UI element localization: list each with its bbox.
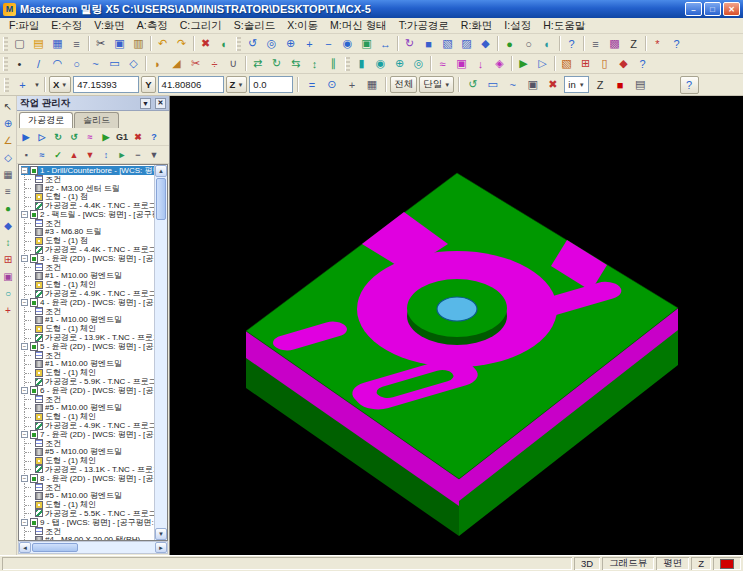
toggle-lock-icon[interactable]: ▪ <box>18 147 34 163</box>
new-file-icon[interactable]: ▢ <box>10 35 29 53</box>
scroll-left-icon[interactable]: ◄ <box>19 542 31 553</box>
toolbar-grip[interactable] <box>3 37 8 51</box>
redo-icon[interactable]: ↷ <box>172 35 191 53</box>
create-spline-icon[interactable]: ~ <box>86 55 105 73</box>
tree-node-params[interactable]: 조건 <box>21 263 154 272</box>
translucency-icon[interactable]: ◐ <box>538 35 557 53</box>
autocursor-dropdown-icon[interactable]: ▼ <box>34 82 40 88</box>
status-item-3[interactable]: Z <box>691 557 711 570</box>
help-op-icon[interactable]: ? <box>146 129 162 145</box>
tree-node-path[interactable]: 가공경로 - 13.1K - T.NC - 프로그램 번호 0 <box>21 465 154 474</box>
dynamic-rotate-icon[interactable]: ↻ <box>400 35 419 53</box>
tree-node-geom[interactable]: 도형 - (1) 체인 <box>21 456 154 465</box>
add-strip-icon[interactable]: + <box>1 303 16 318</box>
minimize-button[interactable]: – <box>685 2 702 16</box>
grid-snap-icon[interactable]: ▦ <box>362 76 381 94</box>
menu-item-0[interactable]: F:파일 <box>3 19 45 33</box>
zoom-fit-icon[interactable]: ▣ <box>357 35 376 53</box>
menu-item-11[interactable]: H:도움말 <box>537 19 591 33</box>
regen-all-icon[interactable]: ↺ <box>66 129 82 145</box>
repaint-icon[interactable]: ↺ <box>243 35 262 53</box>
select-all-mask-icon[interactable]: ▣ <box>523 76 542 94</box>
menu-item-8[interactable]: T:가공경로 <box>393 19 455 33</box>
tree-operation[interactable]: −1 - Drill/Counterbore - [WCS: 평면] - [공구… <box>21 166 154 175</box>
z-depth-icon[interactable]: Z <box>624 35 643 53</box>
select-all-button[interactable]: 전체 <box>390 76 417 93</box>
collapse-icon[interactable]: − <box>21 299 28 306</box>
tree-node-path[interactable]: 가공경로 - 4.4K - T.NC - 프로그램 번호 0 <box>21 201 154 210</box>
collapse-icon[interactable]: − <box>21 343 28 350</box>
toolbar-grip[interactable] <box>236 37 241 51</box>
insert-arrow-icon[interactable]: ► <box>114 147 130 163</box>
toolpath-drill-icon[interactable]: ↓ <box>471 55 490 73</box>
tree-node-geom[interactable]: 도형 - (1) 체인 <box>21 412 154 421</box>
color-swatch-icon[interactable]: ■ <box>611 76 630 94</box>
scroll-up-icon[interactable]: ▲ <box>155 165 167 177</box>
toolbar-grip[interactable] <box>4 78 9 92</box>
tree-node-tool[interactable]: #1 - M10.00 평엔드밀 <box>21 272 154 281</box>
xform-rotate-icon[interactable]: ↻ <box>267 55 286 73</box>
tree-node-geom[interactable]: 도형 - (1) 체인 <box>21 280 154 289</box>
tree-operation[interactable]: −7 - 윤곽 (2D) - [WCS: 평면] - [공구평면: 평면] <box>21 430 154 439</box>
tree-node-path[interactable]: 가공경로 - 5.5K - T.NC - 프로그램 번호 0 <box>21 509 154 518</box>
scroll-down-icon[interactable]: ▼ <box>155 528 167 540</box>
shade-toggle-icon[interactable]: ● <box>1 201 16 216</box>
plane-manager-icon[interactable]: ▯ <box>595 55 614 73</box>
run-addin-icon[interactable]: * <box>648 35 667 53</box>
undo-icon[interactable]: ↶ <box>153 35 172 53</box>
tree-node-params[interactable]: 조건 <box>21 351 154 360</box>
x-axis-chip[interactable]: X▼ <box>49 76 71 93</box>
tree-node-path[interactable]: 가공경로 - 4.4K - T.NC - 프로그램 번호 0 <box>21 245 154 254</box>
menu-item-7[interactable]: M:머신 형태 <box>324 19 393 33</box>
backplot-icon[interactable]: ▷ <box>533 55 552 73</box>
gview-top-icon[interactable]: ■ <box>419 35 438 53</box>
scrollbar-track[interactable] <box>155 221 167 528</box>
toolbar-grip[interactable] <box>3 57 8 71</box>
graphics-viewport[interactable] <box>170 96 743 555</box>
gview-isometric-icon[interactable]: ◆ <box>476 35 495 53</box>
toggle-toolpath-display-icon[interactable]: ≈ <box>34 147 50 163</box>
tree-node-tool[interactable]: #3 - M6.80 드릴 <box>21 228 154 237</box>
tree-operation[interactable]: −9 - 탭 - [WCS: 평면] - [공구평면: 평면] <box>21 518 154 527</box>
zoom-target-icon[interactable]: ⊕ <box>281 35 300 53</box>
collapse-icon[interactable]: − <box>21 387 28 394</box>
collapse-icon[interactable]: − <box>21 475 28 482</box>
panel-vertical-scrollbar[interactable]: ▲ ▼ <box>154 165 167 540</box>
tree-node-geom[interactable]: 도형 - (1) 점 <box>21 236 154 245</box>
help-icon[interactable]: ? <box>667 35 686 53</box>
solid-revolve-icon[interactable]: ◉ <box>371 55 390 73</box>
delete-op-icon[interactable]: ✖ <box>130 129 146 145</box>
analyze-entity-icon[interactable]: ⊕ <box>1 116 16 131</box>
measure-angle-icon[interactable]: ∠ <box>1 133 16 148</box>
select-dirty-ops-icon[interactable]: ▷ <box>34 129 50 145</box>
tree-node-geom[interactable]: 도형 - (1) 체인 <box>21 368 154 377</box>
chain-select-icon[interactable]: ◇ <box>1 150 16 165</box>
tree-operation[interactable]: −3 - 윤곽 (2D) - [WCS: 평면] - [공구평면: 평면] <box>21 254 154 263</box>
tree-node-tool[interactable]: #5 - M10.00 평엔드밀 <box>21 491 154 500</box>
quick-help-button[interactable]: ? <box>680 76 699 94</box>
create-polygon-icon[interactable]: ◇ <box>124 55 143 73</box>
status-color-segment[interactable] <box>713 557 741 570</box>
tree-node-path[interactable]: 가공경로 - 4.9K - T.NC - 프로그램 번호 0 <box>21 421 154 430</box>
tree-operation[interactable]: −5 - 윤곽 (2D) - [WCS: 평면] - [공구평면: 평면] <box>21 342 154 351</box>
tree-operation[interactable]: −2 - 팩드릴 - [WCS: 평면] - [공구평면: 평면] <box>21 210 154 219</box>
tree-node-tool[interactable]: #5 - M10.00 평엔드밀 <box>21 404 154 413</box>
clear-selection-icon[interactable]: ✖ <box>543 76 562 94</box>
help-2-icon[interactable]: ? <box>633 55 652 73</box>
delete-entity-icon[interactable]: ✖ <box>196 35 215 53</box>
break-icon[interactable]: ÷ <box>205 55 224 73</box>
menu-item-6[interactable]: X:이동 <box>281 19 324 33</box>
create-rectangle-icon[interactable]: ▭ <box>105 55 124 73</box>
chamfer-icon[interactable]: ◢ <box>167 55 186 73</box>
zoom-in-icon[interactable]: + <box>300 35 319 53</box>
panel-menu-icon[interactable]: ▼ <box>140 98 151 109</box>
panel-horizontal-scrollbar[interactable]: ◄ ► <box>18 541 168 554</box>
menu-item-10[interactable]: I:설정 <box>498 19 537 33</box>
tree-node-geom[interactable]: 도형 - (1) 체인 <box>21 500 154 509</box>
backplot-op-icon[interactable]: ≈ <box>82 129 98 145</box>
hscrollbar-thumb[interactable] <box>32 543 78 552</box>
panel-close-icon[interactable]: ✕ <box>155 98 166 109</box>
menu-item-2[interactable]: V:화면 <box>88 19 131 33</box>
circle-strip-icon[interactable]: ○ <box>1 286 16 301</box>
xform-translate-icon[interactable]: ⇄ <box>248 55 267 73</box>
